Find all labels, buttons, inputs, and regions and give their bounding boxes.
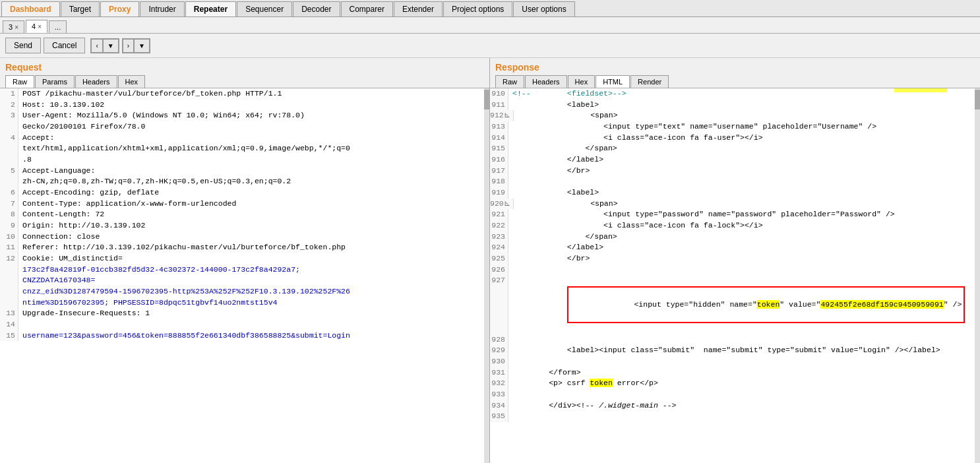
table-row: 922 <i class="ace-icon fa fa-lock"></i> <box>490 220 975 232</box>
table-row: 925 </br> <box>490 253 975 264</box>
table-row: .8 <box>0 154 484 166</box>
table-row: 14 <box>0 319 484 330</box>
table-row: 928 <box>490 334 975 346</box>
table-row: 933 <box>490 389 975 400</box>
table-row: cnzz_eid%3D1287479594-1596702395-http%25… <box>0 286 484 297</box>
table-row: 919 <label> <box>490 187 975 199</box>
table-row: 931 </form> <box>490 367 975 379</box>
table-row: 921 <input type="password" name="passwor… <box>490 209 975 220</box>
table-row: 934 </div><!-- /.widget-main --> <box>490 400 975 412</box>
toolbar: Send Cancel ‹ ▼ › ▼ <box>0 34 980 58</box>
response-tab-render[interactable]: Render <box>630 75 669 88</box>
sub-tabs: 3 × 4 × ... <box>0 17 980 34</box>
response-title: Response <box>490 58 980 75</box>
scroll-thumb <box>484 90 489 109</box>
table-row: 923 </span> <box>490 232 975 243</box>
table-row: 6 Accept-Encoding: gzip, deflate <box>0 187 484 199</box>
table-row: text/html,application/xhtml+xml,applicat… <box>0 143 484 154</box>
request-tabs: Raw Params Headers Hex <box>0 75 489 88</box>
request-tab-params[interactable]: Params <box>35 75 75 88</box>
response-scrollbar[interactable] <box>975 88 980 463</box>
prev-dropdown[interactable]: ▼ <box>103 39 119 53</box>
close-icon[interactable]: × <box>15 24 18 31</box>
cancel-button[interactable]: Cancel <box>44 38 85 53</box>
request-tab-raw[interactable]: Raw <box>5 75 34 88</box>
table-row: 5 Accept-Language: <box>0 166 484 177</box>
table-row: 914 <i class="ace-icon fa fa-user"></i> <box>490 133 975 144</box>
table-row: 929 <label><input class="submit" name="s… <box>490 345 975 356</box>
nav-tab-comparer[interactable]: Comparer <box>341 1 393 16</box>
table-row: 920⊾ <span> <box>490 199 975 210</box>
table-row: 916 </label> <box>490 154 975 166</box>
table-row: 173c2f8a42819f-01ccb382fd5d32-4c302372-1… <box>0 264 484 276</box>
table-row: CNZZDATA1670348= <box>0 275 484 286</box>
table-row: 8 Content-Length: 72 <box>0 209 484 220</box>
table-row: 9 Origin: http://10.3.139.102 <box>0 220 484 232</box>
table-row: 932 <p> csrf token error</p> <box>490 378 975 389</box>
table-row: 930 <box>490 356 975 367</box>
nav-tab-sequencer[interactable]: Sequencer <box>237 1 292 16</box>
table-row: 11 Referer: http://10.3.139.102/pikachu-… <box>0 242 484 253</box>
sub-tab-more[interactable]: ... <box>49 20 67 33</box>
table-row: 911 <label> <box>490 100 975 111</box>
table-row: 10 Connection: close <box>0 232 484 243</box>
table-row: 926 <box>490 264 975 276</box>
table-row: 7 Content-Type: application/x-www-form-u… <box>0 199 484 210</box>
table-row: zh-CN,zh;q=0.8,zh-TW;q=0.7,zh-HK;q=0.5,e… <box>0 176 484 187</box>
sub-tab-4[interactable]: 4 × <box>26 20 47 33</box>
nav-tab-extender[interactable]: Extender <box>394 1 443 16</box>
sub-tab-3[interactable]: 3 × <box>3 20 24 33</box>
response-scroll-thumb <box>975 90 980 109</box>
table-row: 2 Host: 10.3.139.102 <box>0 100 484 111</box>
response-tab-raw[interactable]: Raw <box>495 75 524 88</box>
send-button[interactable]: Send <box>5 38 41 53</box>
response-tab-headers[interactable]: Headers <box>525 75 567 88</box>
response-tab-html[interactable]: HTML <box>596 75 630 88</box>
prev-button[interactable]: ‹ <box>91 39 102 53</box>
next-dropdown[interactable]: ▼ <box>134 39 150 53</box>
main-area: Request Raw Params Headers Hex 1 POST /p… <box>0 58 980 463</box>
nav-tab-proxy[interactable]: Proxy <box>100 1 139 16</box>
table-row: 13 Upgrade-Insecure-Requests: 1 <box>0 308 484 319</box>
table-row: ntime%3D1596702395; PHPSESSID=8dpqc51tgb… <box>0 297 484 309</box>
nav-tab-dashboard[interactable]: Dashboard <box>1 1 60 16</box>
table-row: 15 username=123&password=456&token=88885… <box>0 330 484 342</box>
table-row: 1 POST /pikachu-master/vul/burteforce/bf… <box>0 88 484 100</box>
table-row: 918 <box>490 176 975 187</box>
response-content[interactable]: 910 <!-- <fieldset>--> 911 <label> 912⊾ … <box>490 88 980 463</box>
request-title: Request <box>0 58 489 75</box>
close-icon[interactable]: × <box>38 23 42 30</box>
table-row: 12 Cookie: UM_distinctid= <box>0 253 484 264</box>
nav-tab-intruder[interactable]: Intruder <box>140 1 184 16</box>
table-row: 912⊾ <span> <box>490 110 975 121</box>
next-button[interactable]: › <box>123 39 134 53</box>
nav-tab-project-options[interactable]: Project options <box>443 1 512 16</box>
nav-tab-repeater[interactable]: Repeater <box>185 1 236 16</box>
request-content[interactable]: 1 POST /pikachu-master/vul/burteforce/bf… <box>0 88 489 463</box>
table-row: 927 <input type="hidden" name="token" va… <box>490 275 975 334</box>
request-tab-hex[interactable]: Hex <box>118 75 146 88</box>
nav-tab-target[interactable]: Target <box>61 1 100 16</box>
response-tab-hex[interactable]: Hex <box>568 75 596 88</box>
table-row: 4 Accept: <box>0 133 484 144</box>
request-pane: Request Raw Params Headers Hex 1 POST /p… <box>0 58 490 463</box>
request-tab-headers[interactable]: Headers <box>75 75 117 88</box>
nav-tab-user-options[interactable]: User options <box>513 1 574 16</box>
response-tabs: Raw Headers Hex HTML Render <box>490 75 980 88</box>
top-nav: Dashboard Target Proxy Intruder Repeater… <box>0 0 980 17</box>
response-pane: Response Raw Headers Hex HTML Render 910… <box>490 58 980 463</box>
scrollbar[interactable] <box>484 88 489 463</box>
nav-tab-decoder[interactable]: Decoder <box>293 1 340 16</box>
table-row: 915 </span> <box>490 143 975 154</box>
table-row: Gecko/20100101 Firefox/78.0 <box>0 121 484 133</box>
table-row: 913 <input type="text" name="username" p… <box>490 121 975 133</box>
table-row: 917 </br> <box>490 166 975 177</box>
table-row: 924 </label> <box>490 242 975 253</box>
table-row: 3 User-Agent: Mozilla/5.0 (Windows NT 10… <box>0 110 484 121</box>
table-row: 935 <box>490 411 975 422</box>
